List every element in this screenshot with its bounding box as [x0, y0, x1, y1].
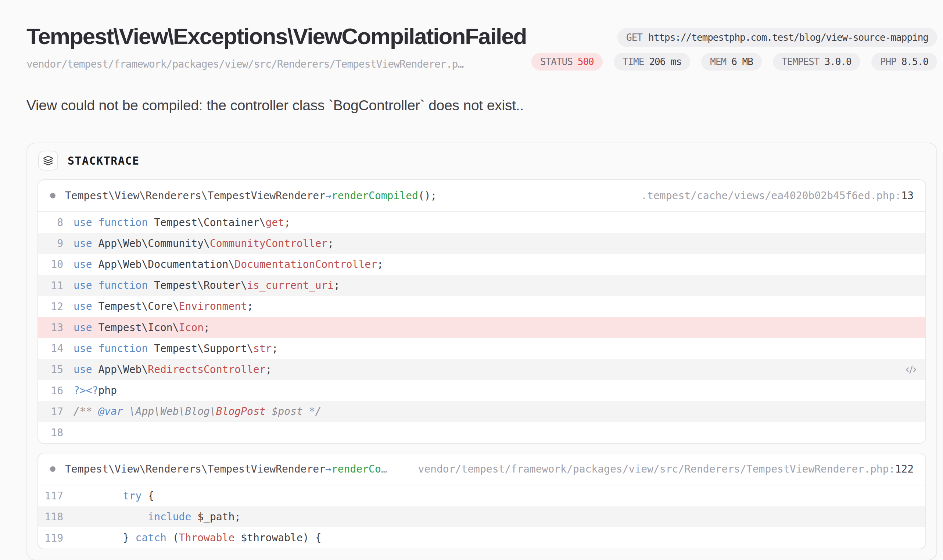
line-number: 118 — [38, 511, 63, 523]
code-line-9: 9use App\Web\Community\CommunityControll… — [38, 233, 925, 254]
badge-value: 8.5.0 — [901, 56, 928, 67]
code-text: try { — [74, 491, 154, 501]
view-source-code-icon[interactable] — [906, 364, 917, 375]
code-snippet: 117 try {118 include $_path;119 } catch … — [38, 485, 925, 549]
badge-value: 3.0.0 — [824, 56, 851, 67]
exception-page: Tempest\View\Exceptions\ViewCompilationF… — [0, 0, 943, 560]
code-line-18: 18 — [38, 422, 925, 443]
frame-line-number: 13 — [901, 189, 914, 202]
badge-label: PHP — [880, 56, 896, 67]
truncation-ellipsis: … — [381, 463, 387, 475]
code-line-8: 8use function Tempest\Container\get; — [38, 212, 925, 233]
request-url-value: https://tempestphp.com.test/blog/view-so… — [648, 32, 928, 43]
code-text: use function Tempest\Container\get; — [74, 217, 290, 228]
stack-frame-card: Tempest\View\Renderers\TempestViewRender… — [37, 453, 926, 549]
stack-frame-card: Tempest\View\Renderers\TempestViewRender… — [37, 179, 926, 444]
frame-file-location: .tempest/cache/views/ea4020b02b45f6ed.ph… — [626, 189, 914, 202]
line-number: 11 — [38, 280, 63, 292]
frame-call-suffix: (); — [418, 189, 437, 202]
stacktrace-header: STACKTRACE — [38, 151, 926, 171]
badge-value: 6 MB — [731, 56, 753, 67]
line-number: 119 — [38, 532, 63, 544]
badge-label: TIME — [623, 56, 644, 67]
error-message: View could not be compiled: the controll… — [26, 97, 937, 114]
code-text: use App\Web\RedirectsController; — [74, 365, 272, 375]
status-badge: STATUS500 — [531, 53, 603, 71]
request-meta-block: GET https://tempestphp.com.test/blog/vie… — [531, 23, 937, 71]
arrow-icon: → — [325, 463, 331, 475]
code-line-119: 119 } catch (Throwable $throwable) { — [38, 527, 925, 548]
line-number: 12 — [38, 301, 63, 313]
frame-header[interactable]: Tempest\View\Renderers\TempestViewRender… — [38, 180, 925, 212]
frame-header[interactable]: Tempest\View\Renderers\TempestViewRender… — [38, 454, 925, 485]
line-number: 18 — [38, 427, 63, 439]
badge-label: MEM — [710, 56, 726, 67]
frame-bullet-icon — [50, 466, 55, 472]
exception-file-path: vendor/tempest/framework/packages/view/s… — [26, 58, 527, 70]
code-text: include $_path; — [74, 512, 241, 522]
code-text: use function Tempest\Router\is_current_u… — [74, 280, 340, 291]
exception-heading-block: Tempest\View\Exceptions\ViewCompilationF… — [26, 23, 527, 70]
request-url-badge: GET https://tempestphp.com.test/blog/vie… — [617, 28, 937, 47]
frame-file-path: .tempest/cache/views/ea4020b02b45f6ed.ph… — [641, 189, 901, 202]
meta-badges: STATUS500TIME206 msMEM6 MBTEMPEST3.0.0PH… — [531, 53, 937, 71]
arrow-icon: → — [325, 189, 331, 202]
code-text: use function Tempest\Support\str; — [74, 343, 278, 354]
php-badge: PHP8.5.0 — [871, 53, 937, 71]
code-line-117: 117 try { — [38, 485, 925, 506]
code-line-12: 12use Tempest\Core\Environment; — [38, 296, 925, 317]
code-snippet: 8use function Tempest\Container\get;9use… — [38, 212, 925, 443]
code-text: } catch (Throwable $throwable) { — [74, 533, 321, 543]
badge-value: 500 — [578, 56, 594, 67]
frame-file-location: vendor/tempest/framework/packages/view/s… — [403, 463, 914, 475]
code-line-15: 15use App\Web\RedirectsController; — [38, 359, 925, 380]
page-title: Tempest\View\Exceptions\ViewCompilationF… — [26, 23, 527, 50]
code-line-118: 118 include $_path; — [38, 506, 925, 527]
stacktrace-panel: STACKTRACE Tempest\View\Renderers\Tempes… — [26, 143, 937, 560]
stacktrace-title: STACKTRACE — [68, 154, 140, 167]
layers-icon — [38, 151, 58, 171]
code-text: use App\Web\Community\CommunityControlle… — [74, 238, 334, 249]
code-text: ?><?php — [74, 385, 117, 396]
code-line-16: 16?><?php — [38, 380, 925, 401]
page-header: Tempest\View\Exceptions\ViewCompilationF… — [26, 23, 937, 71]
line-number: 15 — [38, 363, 63, 375]
frame-method-name: renderCo — [331, 463, 381, 475]
line-number: 17 — [38, 406, 63, 418]
frame-bullet-icon — [50, 193, 55, 198]
badge-label: TEMPEST — [781, 56, 820, 67]
stack-frames: Tempest\View\Renderers\TempestViewRender… — [37, 179, 926, 549]
line-number: 9 — [38, 237, 63, 249]
line-number: 8 — [38, 217, 63, 229]
code-line-17: 17/** @var \App\Web\Blog\BlogPost $post … — [38, 401, 925, 422]
code-text: /** @var \App\Web\Blog\BlogPost $post */ — [74, 406, 321, 417]
frame-signature: Tempest\View\Renderers\TempestViewRender… — [65, 189, 437, 202]
code-text: use Tempest\Core\Environment; — [74, 301, 253, 312]
tempest-badge: TEMPEST3.0.0 — [773, 53, 860, 71]
code-line-11: 11use function Tempest\Router\is_current… — [38, 275, 925, 296]
code-line-13: 13use Tempest\Icon\Icon; — [38, 317, 925, 338]
code-text: use App\Web\Documentation\DocumentationC… — [74, 259, 383, 270]
badge-label: STATUS — [540, 56, 572, 67]
line-number: 13 — [38, 322, 63, 334]
frame-file-path: vendor/tempest/framework/packages/view/s… — [418, 463, 895, 475]
code-text: use Tempest\Icon\Icon; — [74, 323, 210, 333]
mem-badge: MEM6 MB — [701, 53, 762, 71]
line-number: 10 — [38, 258, 63, 271]
code-line-14: 14use function Tempest\Support\str; — [38, 338, 925, 359]
frame-class-name: Tempest\View\Renderers\TempestViewRender… — [65, 463, 325, 475]
frame-signature: Tempest\View\Renderers\TempestViewRender… — [65, 463, 387, 475]
frame-class-name: Tempest\View\Renderers\TempestViewRender… — [65, 189, 325, 202]
frame-method-name: renderCompiled — [331, 189, 418, 202]
time-badge: TIME206 ms — [614, 53, 691, 71]
line-number: 14 — [38, 343, 63, 355]
request-method-label: GET — [626, 32, 642, 43]
badge-value: 206 ms — [649, 56, 681, 67]
line-number: 117 — [38, 490, 63, 502]
line-number: 16 — [38, 385, 63, 397]
frame-line-number: 122 — [895, 463, 914, 475]
code-line-10: 10use App\Web\Documentation\Documentatio… — [38, 254, 925, 275]
